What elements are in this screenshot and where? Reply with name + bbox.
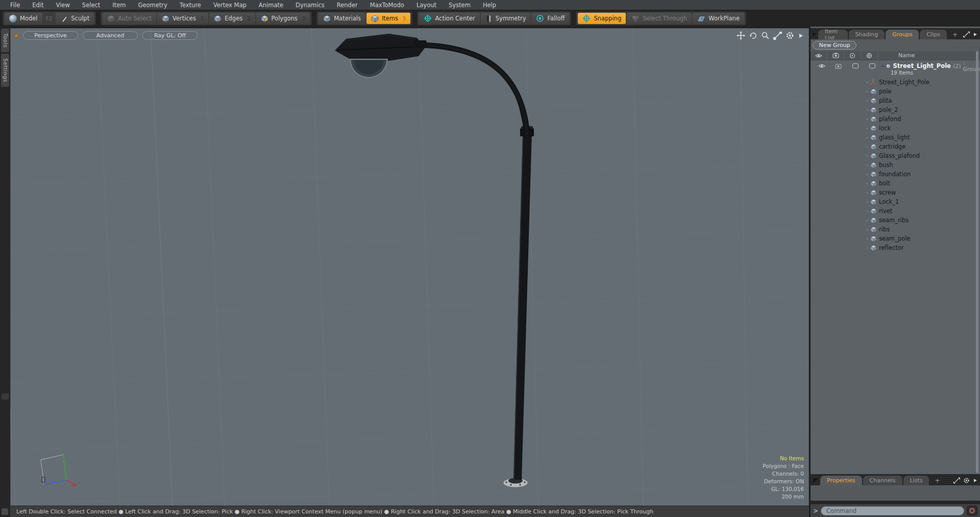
sculpt-button[interactable]: Sculpt: [56, 13, 94, 24]
maximize-panel-icon[interactable]: [963, 31, 970, 38]
tree-item[interactable]: + plafond: [811, 114, 980, 124]
view-mode-button[interactable]: Perspective: [23, 31, 78, 40]
tab-lists[interactable]: Lists: [903, 476, 929, 485]
tree-item[interactable]: + cartridge: [811, 142, 980, 151]
tree-item[interactable]: + pole_2: [811, 105, 980, 114]
tab-shading[interactable]: Shading: [849, 30, 885, 39]
tree-item[interactable]: + seam_pole: [811, 234, 980, 243]
maximize-icon[interactable]: [773, 31, 782, 40]
item-expander-icon[interactable]: +: [865, 162, 870, 168]
tab-tools[interactable]: Tools: [1, 29, 9, 52]
groups-scrollbar[interactable]: [976, 51, 978, 473]
render-column-header[interactable]: [827, 51, 844, 60]
group-lock-checkbox[interactable]: [847, 63, 864, 68]
rotate-icon[interactable]: [749, 31, 757, 40]
tree-item[interactable]: + Glass_plafond: [811, 151, 980, 160]
menu-item[interactable]: MaxToModo: [364, 1, 410, 10]
item-expander-icon[interactable]: +: [865, 98, 870, 103]
menu-item[interactable]: Help: [477, 1, 502, 10]
item-expander-icon[interactable]: +: [865, 218, 870, 223]
panel-corner-icon[interactable]: [813, 478, 819, 484]
tree-item[interactable]: + reflector: [811, 243, 980, 252]
menu-item[interactable]: System: [443, 1, 477, 10]
auto-select-button[interactable]: Auto Select: [103, 13, 156, 24]
expand-arrow-icon[interactable]: [798, 32, 804, 40]
polygons-button[interactable]: Polygons 3: [256, 13, 310, 24]
add-tab-button[interactable]: +: [930, 476, 944, 485]
item-expander-icon[interactable]: +: [865, 89, 870, 94]
visibility-column-header[interactable]: [811, 51, 827, 60]
snapping-button[interactable]: Snapping: [578, 13, 626, 24]
model-button[interactable]: Model: [5, 13, 42, 24]
tab-properties[interactable]: Properties: [820, 476, 862, 485]
name-column-header[interactable]: Name: [878, 52, 915, 59]
falloff-button[interactable]: Falloff: [531, 13, 569, 24]
tree-item[interactable]: + ribs: [811, 225, 980, 234]
item-expander-icon[interactable]: +: [865, 208, 870, 214]
tree-item[interactable]: + Lock_1: [811, 197, 980, 206]
command-input[interactable]: [821, 506, 964, 515]
new-group-button[interactable]: New Group: [813, 41, 856, 50]
item-expander-icon[interactable]: +: [865, 181, 870, 186]
item-expander-icon[interactable]: +: [865, 153, 870, 158]
item-expander-icon[interactable]: +: [865, 236, 870, 241]
tree-item[interactable]: + bush: [811, 160, 980, 170]
ray-gl-button[interactable]: Ray GL: Off: [142, 31, 198, 40]
tree-item[interactable]: + bolt: [811, 179, 980, 188]
tab-item-list[interactable]: Item List: [818, 30, 848, 39]
workplane-button[interactable]: WorkPlane: [693, 13, 744, 24]
item-expander-icon[interactable]: +: [865, 126, 870, 131]
menu-item[interactable]: Item: [106, 1, 132, 10]
item-expander-icon[interactable]: +: [865, 245, 870, 250]
tab-clips[interactable]: Clips: [920, 30, 947, 39]
menu-item[interactable]: File: [4, 1, 26, 10]
shading-mode-button[interactable]: Advanced: [83, 31, 138, 40]
item-expander-icon[interactable]: +: [865, 172, 870, 177]
menu-item[interactable]: Layout: [410, 1, 443, 10]
lock-column-header[interactable]: [844, 51, 861, 60]
menu-item[interactable]: Dynamics: [289, 1, 331, 10]
pan-icon[interactable]: [737, 31, 745, 40]
item-expander-icon[interactable]: +: [865, 199, 870, 204]
add-tab-button[interactable]: +: [948, 30, 962, 39]
item-expander-icon[interactable]: +: [865, 116, 870, 122]
tree-item[interactable]: + pole: [811, 87, 980, 96]
dock-handle[interactable]: [2, 393, 9, 400]
item-expander-icon[interactable]: +: [865, 190, 870, 195]
panel-arrow-icon[interactable]: [973, 31, 977, 38]
group-solo-checkbox[interactable]: [864, 63, 880, 68]
vertices-button[interactable]: Vertices 1: [157, 13, 208, 24]
group-visibility-toggle[interactable]: [813, 63, 830, 68]
tree-item[interactable]: + screw: [811, 188, 980, 197]
menu-item[interactable]: Geometry: [132, 1, 174, 10]
menu-item[interactable]: View: [50, 1, 76, 10]
record-macro-button[interactable]: [967, 506, 977, 515]
select-through-button[interactable]: Select Through: [627, 13, 692, 24]
tree-item[interactable]: + foundation: [811, 170, 980, 179]
gear-icon[interactable]: [963, 477, 970, 484]
symmetry-button[interactable]: Symmetry: [481, 13, 531, 24]
tree-item[interactable]: + glass_light: [811, 133, 980, 142]
viewport-menu-dot[interactable]: [14, 34, 18, 38]
item-expander-icon[interactable]: +: [865, 144, 870, 149]
tab-settings[interactable]: Settings: [1, 54, 9, 87]
menu-item[interactable]: Texture: [174, 1, 207, 10]
tab-channels[interactable]: Channels: [863, 476, 902, 485]
tree-item[interactable]: + seam_ribs: [811, 216, 980, 225]
materials-button[interactable]: Materials: [318, 13, 365, 24]
action-center-button[interactable]: Action Center: [419, 13, 479, 24]
tab-groups[interactable]: Groups: [886, 30, 919, 39]
solo-column-header[interactable]: [861, 51, 878, 60]
viewport-3d[interactable]: Perspective Advanced Ray GL: Off No Item…: [10, 28, 809, 506]
item-expander-icon[interactable]: +: [865, 135, 870, 140]
tree-item[interactable]: + plita: [811, 96, 980, 105]
zoom-icon[interactable]: [761, 31, 770, 40]
item-expander-icon[interactable]: +: [865, 107, 870, 112]
item-expander-icon[interactable]: +: [865, 80, 870, 85]
items-button[interactable]: Items 5: [366, 13, 411, 24]
tree-item[interactable]: + lock: [811, 124, 980, 133]
edges-button[interactable]: Edges 2: [209, 13, 255, 24]
gear-icon[interactable]: [786, 31, 794, 40]
panel-corner-icon[interactable]: [813, 32, 817, 38]
group-row-street-light-pole[interactable]: − Street_Light_Pole (2) : Group 19 Items: [811, 60, 980, 77]
